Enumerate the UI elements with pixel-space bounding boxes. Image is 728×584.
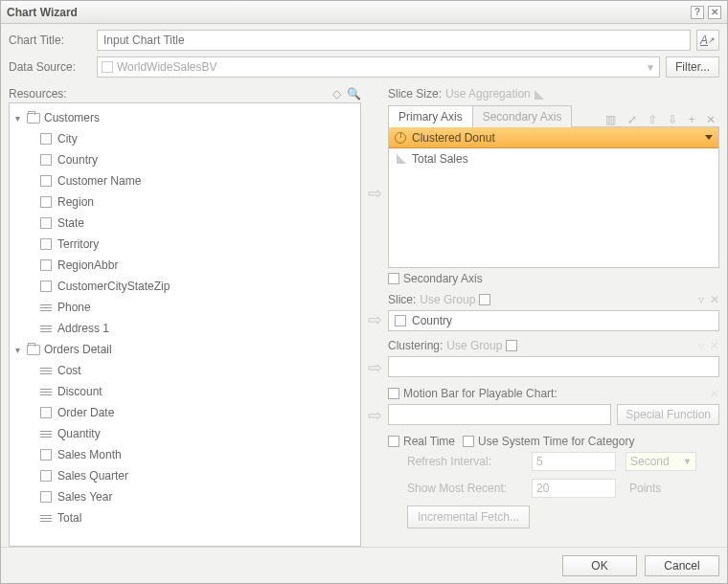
measure-icon xyxy=(40,304,52,311)
resources-tree[interactable]: ▾CustomersCityCountryCustomer NameRegion… xyxy=(10,103,360,546)
incremental-fetch-button[interactable]: Incremental Fetch... xyxy=(407,505,530,528)
show-recent-input[interactable] xyxy=(532,479,616,498)
filter-button[interactable]: Filter... xyxy=(666,56,719,78)
tree-item[interactable]: RegionAbbr xyxy=(15,255,360,276)
field-icon xyxy=(40,449,52,460)
refresh-interval-input[interactable] xyxy=(532,452,616,471)
motion-bar-checkbox[interactable] xyxy=(388,388,399,399)
tree-item[interactable]: State xyxy=(15,213,360,234)
help-icon[interactable]: ? xyxy=(691,6,704,19)
motion-bar-input[interactable] xyxy=(388,404,611,425)
system-time-label: Use System Time for Category xyxy=(478,435,634,448)
donut-icon xyxy=(395,132,406,144)
special-function-button[interactable]: Special Function xyxy=(617,404,719,425)
secondary-axis-checkbox[interactable] xyxy=(388,273,399,284)
field-icon xyxy=(40,175,52,187)
clustering-field-input[interactable] xyxy=(388,356,719,377)
axis-toolbar[interactable]: ▥ ⤢ ⇧ ⇩ + ✕ xyxy=(605,113,719,126)
tree-item[interactable]: Sales Quarter xyxy=(15,465,360,486)
form-area: Chart Title: A↗ Data Source: WorldWideSa… xyxy=(1,24,727,83)
data-source-label: Data Source: xyxy=(9,60,97,74)
tree-item[interactable]: Region xyxy=(15,191,360,213)
tree-item[interactable]: Sales Month xyxy=(15,444,360,465)
tree-item[interactable]: Cost xyxy=(15,360,360,381)
measure-icon xyxy=(40,431,52,438)
dialog-footer: OK Cancel xyxy=(1,547,727,583)
refresh-unit-value: Second xyxy=(630,455,670,468)
clustering-group-checkbox[interactable] xyxy=(506,340,517,351)
slice-field-input[interactable]: Country xyxy=(388,310,719,331)
close-icon[interactable]: ✕ xyxy=(708,6,721,19)
refresh-unit-dropdown[interactable]: Second ▼ xyxy=(626,452,696,471)
search-icon[interactable]: 🔍 xyxy=(347,87,361,101)
triangle-icon xyxy=(535,88,546,100)
ok-button[interactable]: OK xyxy=(562,555,637,576)
arrow-right-icon[interactable]: ⇨ xyxy=(368,309,382,330)
chart-title-label: Chart Title: xyxy=(9,34,97,47)
sort-icon[interactable]: ◇ xyxy=(332,87,341,101)
transfer-arrows: ⇨ ⇨ ⇨ ⇨ xyxy=(361,87,388,547)
tree-item[interactable]: City xyxy=(15,128,360,149)
axis-field-label: Total Sales xyxy=(412,152,468,166)
tree-item[interactable]: Address 1 xyxy=(15,318,360,339)
tree-item[interactable]: Sales Year xyxy=(15,486,360,507)
measure-icon xyxy=(40,515,52,522)
font-style-button[interactable]: A↗ xyxy=(696,30,719,51)
folder-icon xyxy=(27,113,40,124)
field-icon xyxy=(40,133,52,145)
field-icon xyxy=(40,154,52,166)
tab-primary-axis[interactable]: Primary Axis xyxy=(388,105,473,127)
measure-icon xyxy=(40,389,52,395)
tree-item[interactable]: Country xyxy=(15,149,360,170)
chart-wizard-window: Chart Wizard ? ✕ Chart Title: A↗ Data So… xyxy=(0,0,728,584)
refresh-interval-label: Refresh Interval: xyxy=(407,455,532,468)
tree-item[interactable]: Customer Name xyxy=(15,170,360,191)
tree-item[interactable]: Order Date xyxy=(15,402,360,423)
tree-item[interactable]: Discount xyxy=(15,381,360,402)
slice-group-checkbox[interactable] xyxy=(479,294,490,305)
field-icon xyxy=(40,470,52,482)
data-source-dropdown[interactable]: WorldWideSalesBV ▼ xyxy=(97,56,660,78)
filter-icon[interactable]: ▿ xyxy=(698,293,704,306)
clustering-label: Clustering: xyxy=(388,339,443,352)
slice-label: Slice: xyxy=(388,293,416,306)
secondary-axis-label: Secondary Axis xyxy=(403,272,483,285)
cancel-button[interactable]: Cancel xyxy=(645,555,719,576)
arrow-right-icon[interactable]: ⇨ xyxy=(368,183,382,204)
real-time-checkbox[interactable] xyxy=(388,436,399,447)
field-icon xyxy=(40,491,52,503)
measure-icon xyxy=(40,326,52,332)
chart-type-label: Clustered Donut xyxy=(412,131,495,145)
tree-item[interactable]: Quantity xyxy=(15,423,360,444)
resources-panel: Resources: ◇ 🔍 ▾CustomersCityCountryCust… xyxy=(9,87,361,547)
field-icon xyxy=(40,259,52,271)
slice-size-label: Slice Size: xyxy=(388,87,442,101)
tab-secondary-axis[interactable]: Secondary Axis xyxy=(472,105,573,127)
titlebar: Chart Wizard ? ✕ xyxy=(1,1,727,24)
remove-icon[interactable]: ✕ xyxy=(710,293,719,306)
tree-item[interactable]: Phone xyxy=(15,297,360,318)
folder-icon xyxy=(27,345,40,355)
motion-bar-label: Motion Bar for Playable Chart: xyxy=(403,387,557,400)
show-recent-label: Show Most Recent: xyxy=(407,482,532,495)
field-icon xyxy=(40,238,52,250)
tree-item[interactable]: Total xyxy=(15,507,360,528)
arrow-right-icon[interactable]: ⇨ xyxy=(368,405,382,426)
slice-size-hint: Use Aggregation xyxy=(445,87,531,101)
field-icon xyxy=(40,196,52,208)
tree-item[interactable]: CustomerCityStateZip xyxy=(15,276,360,297)
chart-type-dropdown[interactable]: Clustered Donut xyxy=(389,127,718,148)
arrow-right-icon[interactable]: ⇨ xyxy=(368,357,382,378)
axis-field-item[interactable]: Total Sales xyxy=(389,148,718,169)
tree-item[interactable]: Territory xyxy=(15,234,360,255)
measure-icon xyxy=(40,368,52,374)
tree-group[interactable]: ▾Customers xyxy=(15,107,360,128)
chevron-down-icon: ▼ xyxy=(683,457,692,466)
system-time-checkbox[interactable] xyxy=(463,436,474,447)
remove-icon: ✕ xyxy=(710,387,719,400)
window-title: Chart Wizard xyxy=(7,6,78,19)
data-source-value: WorldWideSalesBV xyxy=(117,60,216,74)
chart-title-input[interactable] xyxy=(97,30,691,51)
tree-group[interactable]: ▾Orders Detail xyxy=(15,339,360,360)
slice-hint: Use Group xyxy=(420,293,475,306)
